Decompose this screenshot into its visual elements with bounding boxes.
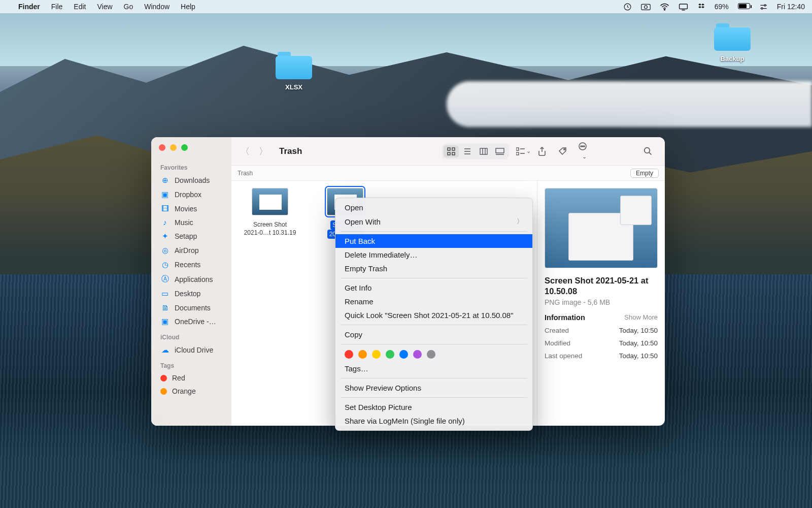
sidebar-item-label: Red bbox=[172, 374, 185, 382]
ctx-tags[interactable]: Tags… bbox=[335, 362, 532, 375]
app-menu[interactable]: Finder bbox=[18, 3, 40, 11]
svg-point-3 bbox=[664, 9, 665, 10]
menubar-clock[interactable]: Fri 12:40 bbox=[777, 3, 805, 11]
sidebar-item-applications[interactable]: ⒶApplications bbox=[151, 272, 231, 287]
tag-color-orange[interactable] bbox=[358, 350, 367, 359]
tag-dot-icon bbox=[160, 388, 167, 395]
sidebar-item-icloud-drive[interactable]: ☁iCloud Drive bbox=[151, 343, 231, 357]
control-center-icon[interactable] bbox=[759, 4, 768, 10]
sidebar-item-onedrive[interactable]: ▣OneDrive -… bbox=[151, 314, 231, 329]
ctx-put-back[interactable]: Put Back bbox=[335, 234, 532, 248]
sidebar-item-movies[interactable]: 🎞Movies bbox=[151, 202, 231, 215]
more-actions-button[interactable]: ⌄ bbox=[579, 142, 592, 161]
list-view-button[interactable] bbox=[460, 145, 475, 157]
empty-trash-button[interactable]: Empty bbox=[630, 169, 659, 178]
column-view-button[interactable] bbox=[476, 145, 491, 157]
svg-point-20 bbox=[645, 148, 650, 153]
dropbox-status-icon[interactable] bbox=[697, 3, 705, 11]
sidebar-item-recents[interactable]: ◷Recents bbox=[151, 258, 231, 272]
tag-color-yellow[interactable] bbox=[372, 350, 381, 359]
menu-window[interactable]: Window bbox=[144, 3, 170, 11]
chevron-down-icon: ⌄ bbox=[526, 148, 531, 154]
airdrop-icon: ◎ bbox=[160, 246, 170, 255]
ctx-set-desktop-picture[interactable]: Set Desktop Picture bbox=[335, 400, 532, 414]
sidebar-tag-red[interactable]: Red bbox=[151, 371, 231, 385]
sidebar-section-favorites: Favorites bbox=[151, 159, 231, 173]
separator bbox=[341, 378, 527, 378]
close-window-button[interactable] bbox=[159, 144, 165, 151]
battery-icon[interactable] bbox=[738, 3, 750, 11]
folder-icon bbox=[714, 23, 751, 51]
preview-row-created: CreatedToday, 10:50 bbox=[545, 327, 658, 334]
svg-rect-11 bbox=[480, 148, 487, 154]
folder-icon bbox=[276, 52, 312, 79]
ctx-open[interactable]: Open bbox=[335, 201, 532, 214]
ctx-empty-trash[interactable]: Empty Trash bbox=[335, 262, 532, 275]
ctx-show-preview-options[interactable]: Show Preview Options bbox=[335, 381, 532, 395]
apps-icon: Ⓐ bbox=[160, 274, 170, 284]
menu-help[interactable]: Help bbox=[181, 3, 195, 11]
sidebar-item-label: Music bbox=[175, 218, 193, 227]
group-by-button[interactable]: ⌄ bbox=[516, 147, 531, 155]
preview-thumbnail bbox=[545, 188, 658, 268]
icon-view-button[interactable] bbox=[444, 145, 459, 157]
back-button[interactable]: 〈 bbox=[240, 145, 251, 157]
onedrive-icon: ▣ bbox=[160, 317, 170, 326]
gallery-view-button[interactable] bbox=[492, 145, 507, 157]
ctx-copy[interactable]: Copy bbox=[335, 328, 532, 341]
svg-point-2 bbox=[644, 5, 647, 8]
file-name: Screen Shot bbox=[253, 221, 287, 228]
clock-icon[interactable] bbox=[623, 3, 632, 11]
menu-view[interactable]: View bbox=[97, 3, 112, 11]
ctx-tag-colors bbox=[335, 347, 532, 362]
desktop-folder-xlsx[interactable]: XLSX bbox=[271, 52, 317, 91]
ctx-delete-immediately[interactable]: Delete Immediately… bbox=[335, 248, 532, 262]
svg-point-15 bbox=[563, 148, 565, 150]
sidebar-item-label: Recents bbox=[175, 261, 200, 269]
menu-edit[interactable]: Edit bbox=[74, 3, 86, 11]
show-more-button[interactable]: Show More bbox=[624, 313, 658, 321]
ctx-get-info[interactable]: Get Info bbox=[335, 281, 532, 295]
share-button[interactable] bbox=[538, 147, 551, 156]
clock-icon: ◷ bbox=[160, 260, 170, 269]
sidebar-item-downloads[interactable]: ⊕Downloads bbox=[151, 173, 231, 187]
minimize-window-button[interactable] bbox=[170, 144, 177, 151]
sidebar-tag-orange[interactable]: Orange bbox=[151, 385, 231, 398]
finder-toolbar: 〈 〉 Trash ⌄ ⌄ bbox=[231, 137, 665, 166]
film-icon: 🎞 bbox=[160, 204, 170, 213]
sidebar-item-airdrop[interactable]: ◎AirDrop bbox=[151, 243, 231, 258]
file-item[interactable]: Screen Shot 2021-0…t 10.31.19 bbox=[240, 188, 300, 237]
sidebar-item-setapp[interactable]: ✦Setapp bbox=[151, 229, 231, 243]
svg-rect-4 bbox=[679, 4, 687, 8]
zoom-window-button[interactable] bbox=[181, 144, 188, 151]
ctx-rename[interactable]: Rename bbox=[335, 295, 532, 308]
tag-color-gray[interactable] bbox=[427, 350, 435, 359]
ctx-quick-look[interactable]: Quick Look "Screen Shot 2021-05-21 at 10… bbox=[335, 308, 532, 322]
forward-button[interactable]: 〉 bbox=[258, 145, 269, 157]
tag-color-red[interactable] bbox=[345, 350, 353, 359]
sidebar-item-documents[interactable]: 🗎Documents bbox=[151, 301, 231, 314]
tag-color-blue[interactable] bbox=[399, 350, 408, 359]
display-status-icon[interactable] bbox=[679, 3, 688, 11]
camera-status-icon[interactable] bbox=[641, 3, 651, 11]
desktop-folder-label: XLSX bbox=[271, 83, 317, 91]
ctx-share-logmein[interactable]: Share via LogMeIn (Single file only) bbox=[335, 414, 532, 428]
tag-color-green[interactable] bbox=[386, 350, 394, 359]
desktop-icon: ▭ bbox=[160, 289, 170, 298]
sidebar-item-dropbox[interactable]: ▣Dropbox bbox=[151, 187, 231, 202]
desktop-folder-backup[interactable]: Backup bbox=[709, 23, 755, 62]
menu-go[interactable]: Go bbox=[124, 3, 133, 11]
sidebar-item-music[interactable]: ♪Music bbox=[151, 215, 231, 229]
sidebar-item-label: Orange bbox=[172, 387, 196, 395]
menu-file[interactable]: File bbox=[51, 3, 63, 11]
sidebar-section-icloud: iCloud bbox=[151, 329, 231, 343]
sidebar-item-label: Setapp bbox=[175, 232, 197, 240]
ctx-open-with[interactable]: Open With〉 bbox=[335, 214, 532, 229]
sidebar-item-desktop[interactable]: ▭Desktop bbox=[151, 287, 231, 301]
svg-rect-10 bbox=[452, 152, 455, 155]
menubar: Finder File Edit View Go Window Help 69%… bbox=[0, 0, 812, 13]
tags-button[interactable] bbox=[558, 147, 571, 156]
tag-color-purple[interactable] bbox=[413, 350, 422, 359]
wifi-icon[interactable] bbox=[660, 3, 669, 11]
search-button[interactable] bbox=[644, 147, 657, 155]
